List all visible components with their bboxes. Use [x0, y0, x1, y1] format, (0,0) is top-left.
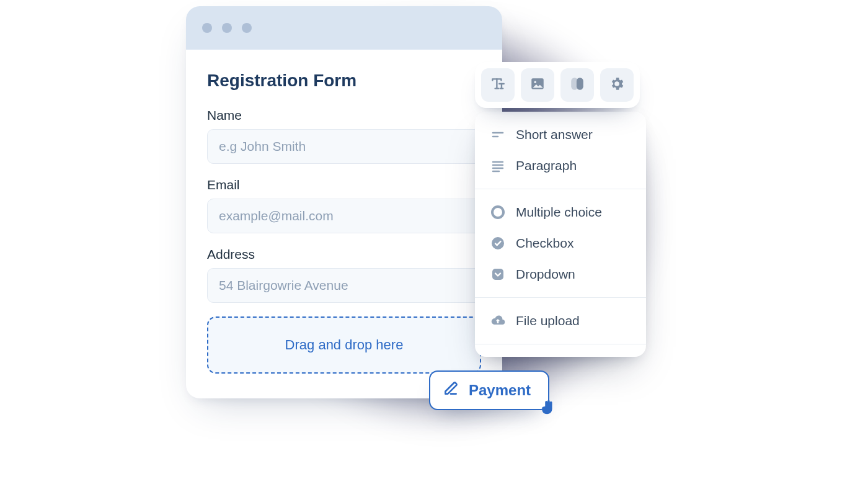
- chip-label: Payment: [469, 382, 531, 399]
- element-label: Dropdown: [516, 267, 575, 282]
- window-titlebar: [186, 6, 502, 50]
- theme-icon: [569, 76, 585, 94]
- email-input[interactable]: [207, 199, 481, 233]
- field-label-address: Address: [207, 247, 481, 262]
- toolbar-theme-button[interactable]: [560, 68, 594, 102]
- panel-divider: [475, 344, 646, 344]
- svg-rect-10: [492, 269, 503, 280]
- element-label: Short answer: [516, 127, 593, 142]
- short-answer-icon: [490, 127, 506, 143]
- name-input[interactable]: [207, 129, 481, 164]
- element-label: File upload: [516, 313, 580, 328]
- gear-icon: [609, 76, 625, 94]
- window-dot: [202, 23, 212, 33]
- window-dot: [242, 23, 252, 33]
- address-input[interactable]: [207, 268, 481, 303]
- field-address: Address: [207, 247, 481, 303]
- form-title: Registration Form: [207, 71, 481, 91]
- dropdown-icon: [490, 266, 506, 282]
- element-multiple-choice[interactable]: Multiple choice: [475, 197, 646, 228]
- element-checkbox[interactable]: Checkbox: [475, 228, 646, 259]
- toolbar-image-button[interactable]: [521, 68, 554, 102]
- field-label-name: Name: [207, 108, 481, 123]
- edit-icon: [443, 380, 459, 400]
- element-dropdown[interactable]: Dropdown: [475, 259, 646, 290]
- payment-chip[interactable]: Payment: [429, 370, 549, 410]
- field-label-email: Email: [207, 177, 481, 192]
- field-name: Name: [207, 108, 481, 164]
- element-short-answer[interactable]: Short answer: [475, 119, 646, 150]
- dropzone[interactable]: Drag and drop here: [207, 316, 481, 374]
- field-email: Email: [207, 177, 481, 233]
- toolbar: [475, 62, 640, 108]
- toolbar-settings-button[interactable]: [600, 68, 634, 102]
- dropzone-label: Drag and drop here: [285, 337, 404, 353]
- elements-panel: Short answer Paragraph Multiple choice: [475, 112, 646, 357]
- checkbox-icon: [490, 235, 506, 251]
- svg-point-8: [492, 207, 503, 218]
- form-window: Registration Form Name Email Address Dra…: [186, 6, 502, 398]
- text-icon: [490, 76, 506, 94]
- svg-point-1: [534, 81, 536, 83]
- toolbar-text-button[interactable]: [481, 68, 515, 102]
- grab-cursor-icon: [538, 398, 557, 416]
- paragraph-icon: [490, 158, 506, 174]
- element-label: Paragraph: [516, 158, 577, 173]
- upload-icon: [490, 313, 506, 329]
- image-icon: [529, 76, 546, 94]
- element-paragraph[interactable]: Paragraph: [475, 150, 646, 181]
- window-dot: [222, 23, 232, 33]
- element-label: Multiple choice: [516, 205, 602, 220]
- element-label: Checkbox: [516, 236, 574, 251]
- element-file-upload[interactable]: File upload: [475, 305, 646, 336]
- radio-icon: [490, 204, 506, 220]
